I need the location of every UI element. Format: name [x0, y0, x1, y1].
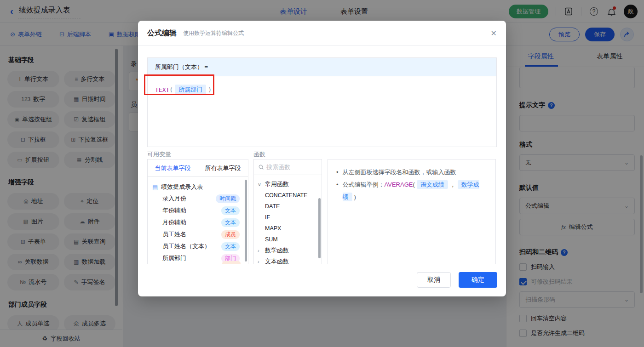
form-doc-icon: ▤: [152, 184, 158, 191]
tab-all-form-fields[interactable]: 所有表单字段: [198, 159, 248, 176]
formula-paren-open: (: [169, 86, 173, 93]
example-paren-open: (: [413, 181, 414, 188]
variable-label: 员工姓名: [162, 230, 186, 239]
variables-tree-root[interactable]: ▤ 绩效提成录入表: [152, 182, 243, 193]
variable-label: 录入月份: [162, 194, 186, 203]
formula-editor-modal: 公式编辑 使用数学运算符编辑公式 ✕ 所属部门（文本） = TEXT ( 所属部…: [138, 21, 506, 296]
variables-panel: 当前表单字段 所有表单字段 ▤ 绩效提成录入表 录入月份 时间戳: [147, 159, 248, 264]
form-root-label: 绩效提成录入表: [161, 183, 203, 191]
formula-function-name: TEXT: [155, 86, 169, 93]
example-field-chip: 语文成绩: [417, 180, 448, 189]
function-group-label: 常用函数: [265, 180, 289, 188]
confirm-button[interactable]: 确定: [459, 272, 497, 288]
function-group-label: 数学函数: [265, 246, 289, 255]
help-line-1: • 从左侧面板选择字段名和函数，或输入函数: [336, 166, 487, 178]
variable-item[interactable]: 员工姓名（文本） 文本: [152, 240, 243, 252]
cancel-button[interactable]: 取消: [417, 272, 451, 288]
formula-editor-area: 所属部门（文本） = TEXT ( 所属部门 ): [147, 57, 497, 147]
variable-item[interactable]: 月份辅助 文本: [152, 216, 243, 228]
chevron-right-icon: ›: [258, 259, 262, 264]
search-icon: [259, 164, 264, 170]
help-example: 公式编辑举例：AVERAGE(语文成绩，数学成绩): [343, 178, 487, 203]
variable-item[interactable]: 录入月份 时间戳: [152, 193, 243, 205]
function-search-input[interactable]: [266, 164, 317, 171]
function-item[interactable]: IF: [258, 212, 322, 223]
function-search: [254, 159, 322, 175]
variables-tabs: 当前表单字段 所有表单字段: [148, 159, 248, 177]
formula-target: 所属部门（文本） =: [148, 58, 496, 76]
chevron-right-icon: ›: [258, 248, 262, 253]
formula-help-panel: • 从左侧面板选择字段名和函数，或输入函数 • 公式编辑举例：AVERAGE(语…: [328, 159, 496, 264]
close-icon[interactable]: ✕: [491, 29, 497, 38]
bullet-icon: •: [336, 178, 339, 191]
functions-panel: ∨ 常用函数 CONCATENATE DATE IF MAPX SUM: [253, 159, 322, 264]
functions-panel-label: 函数: [253, 150, 265, 159]
variables-scrollbar[interactable]: [245, 180, 247, 262]
field-chip[interactable]: 所属部门: [175, 85, 206, 95]
variables-panel-label: 可用变量: [147, 150, 171, 159]
function-group-text[interactable]: › 文本函数: [258, 256, 322, 264]
variables-list: 录入月份 时间戳 年份辅助 文本 月份辅助 文本: [152, 193, 243, 264]
variable-type-badge: 文本: [221, 242, 240, 251]
variable-type-badge: 时间戳: [216, 194, 240, 203]
function-item[interactable]: SUM: [258, 234, 322, 245]
function-item[interactable]: DATE: [258, 201, 322, 212]
variable-type-badge: 文本: [221, 206, 240, 215]
function-item[interactable]: MAPX: [258, 223, 322, 234]
functions-tree: ∨ 常用函数 CONCATENATE DATE IF MAPX SUM: [254, 175, 322, 264]
help-line-2: • 公式编辑举例：AVERAGE(语文成绩，数学成绩): [336, 178, 487, 203]
variable-item[interactable]: 员工姓名 成员: [152, 228, 243, 240]
help-example-prefix: 公式编辑举例：: [343, 181, 385, 188]
variable-item[interactable]: 年份辅助 文本: [152, 205, 243, 216]
app-root: ‹ 绩效提成录入表 表单设计 表单设置 数据管理 ? 政: [0, 0, 644, 347]
functions-scrollbar[interactable]: [318, 198, 321, 258]
formula-paren-close: ): [208, 86, 212, 93]
help-text: 从左侧面板选择字段名和函数，或输入函数: [343, 166, 456, 178]
variable-label: 月份辅助: [162, 218, 186, 227]
function-group-common[interactable]: ∨ 常用函数: [258, 179, 322, 190]
function-item[interactable]: CONCATENATE: [258, 190, 322, 201]
function-group-math[interactable]: › 数学函数: [258, 245, 322, 256]
formula-expression[interactable]: TEXT ( 所属部门 ): [148, 76, 496, 103]
example-paren-close: ): [354, 193, 356, 200]
partial-variable-badge: [222, 261, 241, 264]
modal-title: 公式编辑: [147, 28, 177, 38]
function-items: CONCATENATE DATE IF MAPX SUM: [258, 190, 322, 245]
modal-header: 公式编辑 使用数学运算符编辑公式 ✕: [138, 21, 506, 46]
tab-current-form-fields[interactable]: 当前表单字段: [148, 159, 198, 176]
function-group-label: 文本函数: [265, 257, 289, 264]
variable-type-badge: 文本: [221, 218, 240, 227]
variable-label: 年份辅助: [162, 206, 186, 215]
bullet-icon: •: [336, 166, 339, 178]
variable-label: 员工姓名（文本）: [162, 242, 210, 250]
modal-footer: 取消 确定: [417, 272, 497, 288]
variables-tree: ▤ 绩效提成录入表 录入月份 时间戳 年份辅助 文本: [148, 177, 248, 264]
example-function-name: AVERAGE: [385, 181, 413, 188]
variable-label: 所属部门: [162, 254, 186, 262]
chevron-down-icon: ∨: [258, 182, 262, 188]
modal-subtitle: 使用数学运算符编辑公式: [183, 29, 244, 37]
variable-type-badge: 成员: [221, 230, 240, 239]
example-comma: ，: [450, 181, 456, 188]
